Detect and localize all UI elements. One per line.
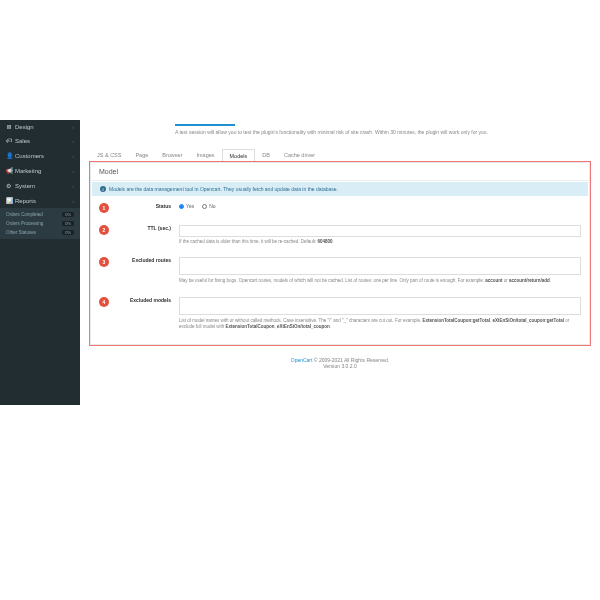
info-alert: i Models are the data management tool in… [92, 182, 588, 196]
menu-label: Customers [15, 153, 72, 159]
sidebar: 🖥Design›🏷Sales›👤Customers›📢Marketing›⚙Sy… [0, 120, 80, 405]
tab-js-css[interactable]: JS & CSS [90, 149, 128, 162]
excluded-routes-textarea[interactable] [179, 257, 581, 275]
session-tab-indicator [175, 120, 235, 126]
radio-option[interactable]: No [202, 203, 215, 209]
menu-icon: 📢 [6, 167, 12, 174]
sidebar-item-reports[interactable]: 📊Reports› [0, 193, 80, 208]
sidebar-stat-item[interactable]: Other Statuses0% [0, 228, 80, 237]
chevron-right-icon: › [72, 183, 74, 189]
field-row-ttl-sec-: 2TTL (sec.)If the cached data is older t… [91, 219, 589, 251]
field-label: Excluded models [119, 297, 179, 331]
menu-icon: ⚙ [6, 182, 12, 189]
menu-label: Design [15, 124, 72, 130]
footer: OpenCart © 2009-2021 All Rights Reserved… [90, 357, 590, 369]
version-text: Version 3.0.2.0 [323, 363, 356, 369]
sidebar-item-design[interactable]: 🖥Design› [0, 120, 80, 134]
sidebar-item-system[interactable]: ⚙System› [0, 178, 80, 193]
menu-label: Reports [15, 198, 72, 204]
field-label: TTL (sec.) [119, 225, 179, 245]
tab-db[interactable]: DB [255, 149, 277, 162]
menu-icon: 📊 [6, 197, 12, 204]
chevron-right-icon: › [72, 138, 74, 144]
sidebar-item-sales[interactable]: 🏷Sales› [0, 134, 80, 148]
chevron-right-icon: › [72, 168, 74, 174]
menu-icon: 👤 [6, 152, 12, 159]
sidebar-stat-item[interactable]: Orders Completed0% [0, 210, 80, 219]
main-content: A test session will allow you to test th… [80, 120, 600, 405]
menu-icon: 🏷 [6, 138, 12, 144]
tab-images[interactable]: Images [189, 149, 221, 162]
tab-page[interactable]: Page [128, 149, 155, 162]
menu-label: Marketing [15, 168, 72, 174]
sidebar-item-marketing[interactable]: 📢Marketing› [0, 163, 80, 178]
chevron-right-icon: › [72, 124, 74, 130]
alert-text: Models are the data management tool in O… [109, 186, 338, 192]
settings-tabs: JS & CSSPageBrowserImagesModelsDBCache d… [90, 149, 590, 162]
excluded-models-textarea[interactable] [179, 297, 581, 315]
chevron-right-icon: › [72, 153, 74, 159]
tab-browser[interactable]: Browser [155, 149, 189, 162]
model-panel: Model i Models are the data management t… [90, 162, 590, 345]
session-description: A test session will allow you to test th… [175, 129, 590, 135]
ttl-sec--input[interactable] [179, 225, 581, 237]
field-help: List of model names with or without call… [179, 318, 581, 331]
menu-label: System [15, 183, 72, 189]
field-help: If the cached data is older than this ti… [179, 239, 581, 245]
field-label: Status [119, 203, 179, 213]
step-number: 2 [99, 225, 109, 235]
stat-badge: 0% [62, 230, 74, 235]
field-row-excluded-models: 4Excluded modelsList of model names with… [91, 291, 589, 337]
panel-title: Model [91, 163, 589, 181]
field-help: May be useful for fixing bugs. Opencart … [179, 278, 581, 284]
field-row-excluded-routes: 3Excluded routesMay be useful for fixing… [91, 251, 589, 290]
tab-cache-driver[interactable]: Cache driver [277, 149, 322, 162]
field-label: Excluded routes [119, 257, 179, 284]
chevron-right-icon: › [72, 198, 74, 204]
menu-label: Sales [15, 138, 72, 144]
radio-option[interactable]: Yes [179, 203, 194, 209]
info-icon: i [100, 186, 106, 192]
menu-icon: 🖥 [6, 124, 12, 130]
sidebar-stat-item[interactable]: Orders Processing0% [0, 219, 80, 228]
tab-models[interactable]: Models [222, 149, 256, 162]
sidebar-item-customers[interactable]: 👤Customers› [0, 148, 80, 163]
step-number: 4 [99, 297, 109, 307]
stat-badge: 0% [62, 221, 74, 226]
step-number: 3 [99, 257, 109, 267]
step-number: 1 [99, 203, 109, 213]
brand-link[interactable]: OpenCart [291, 357, 313, 363]
field-row-status: 1Status Yes No [91, 197, 589, 219]
stat-badge: 0% [62, 212, 74, 217]
